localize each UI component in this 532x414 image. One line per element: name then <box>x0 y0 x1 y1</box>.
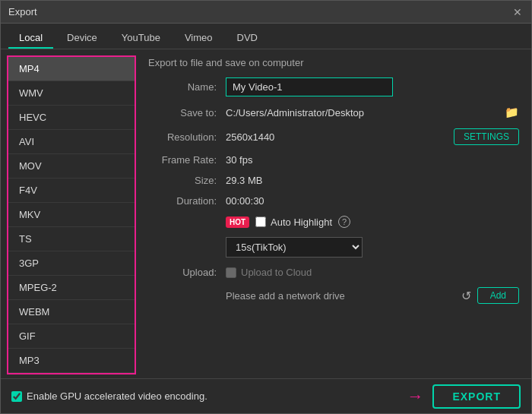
upload-cloud-label[interactable]: Upload to Cloud <box>226 267 312 278</box>
auto-highlight-row: HOT Auto Highlight ? <box>148 216 519 228</box>
format-3gp[interactable]: 3GP <box>8 251 135 276</box>
resolution-label: Resolution: <box>148 131 217 143</box>
save-to-label: Save to: <box>148 107 217 119</box>
resolution-row: Resolution: 2560x1440 SETTINGS <box>148 128 519 145</box>
resolution-content: 2560x1440 SETTINGS <box>226 128 519 145</box>
format-webm[interactable]: WEBM <box>8 300 135 324</box>
arrow-right-icon: → <box>407 387 423 406</box>
add-button[interactable]: Add <box>477 287 519 304</box>
upload-cloud-checkbox[interactable] <box>226 267 236 278</box>
resolution-value: 2560x1440 <box>226 131 443 143</box>
tab-vimeo[interactable]: Vimeo <box>174 28 223 49</box>
tab-bar: Local Device YouTube Vimeo DVD <box>1 24 531 49</box>
upload-row: Upload: Upload to Cloud <box>148 267 519 278</box>
auto-highlight-checkbox-label[interactable]: Auto Highlight <box>255 216 332 228</box>
tab-local[interactable]: Local <box>8 28 53 49</box>
format-f4v[interactable]: F4V <box>8 179 135 203</box>
format-mkv[interactable]: MKV <box>8 203 135 227</box>
refresh-icon[interactable]: ↺ <box>461 289 471 303</box>
save-path-value: C:/Users/Administrator/Desktop <box>226 107 499 119</box>
main-content: MP4 WMV HEVC AVI MOV F4V MKV TS 3GP MPEG… <box>1 49 531 378</box>
close-button[interactable]: ✕ <box>511 6 524 18</box>
format-mov[interactable]: MOV <box>8 154 135 179</box>
window-title: Export <box>8 6 37 17</box>
format-list: MP4 WMV HEVC AVI MOV F4V MKV TS 3GP MPEG… <box>7 55 136 374</box>
tab-youtube[interactable]: YouTube <box>111 28 171 49</box>
frame-rate-row: Frame Rate: 30 fps <box>148 154 519 166</box>
format-mp3[interactable]: MP3 <box>8 349 135 373</box>
auto-highlight-label: Auto Highlight <box>271 216 332 228</box>
settings-button[interactable]: SETTINGS <box>454 128 519 145</box>
format-ts[interactable]: TS <box>8 227 135 251</box>
duration-row: Duration: 00:00:30 <box>148 195 519 207</box>
gpu-checkbox[interactable] <box>11 391 22 402</box>
upload-label: Upload: <box>148 267 217 278</box>
tiktok-dropdown[interactable]: 15s(TikTok) <box>226 237 363 258</box>
title-bar: Export ✕ <box>1 1 531 24</box>
export-window: Export ✕ Local Device YouTube Vimeo DVD … <box>0 0 532 414</box>
format-wmv[interactable]: WMV <box>8 81 135 106</box>
network-text: Please add a network drive <box>226 290 455 302</box>
save-to-content: C:/Users/Administrator/Desktop 📁 <box>226 106 519 119</box>
name-input[interactable] <box>226 77 393 96</box>
auto-highlight-checkbox[interactable] <box>255 216 266 227</box>
network-drive-content: Please add a network drive ↺ Add <box>226 287 519 304</box>
network-drive-row: Please add a network drive ↺ Add <box>148 287 519 304</box>
export-section: → EXPORT <box>407 384 521 409</box>
auto-highlight-content: HOT Auto Highlight ? <box>226 216 350 228</box>
size-value: 29.3 MB <box>226 175 519 186</box>
format-mpeg2[interactable]: MPEG-2 <box>8 276 135 300</box>
tab-device[interactable]: Device <box>56 28 108 49</box>
dropdown-row: 15s(TikTok) <box>148 237 519 258</box>
name-row: Name: <box>148 77 519 96</box>
gpu-label: Enable GPU accelerated video encoding. <box>27 390 207 402</box>
frame-rate-value: 30 fps <box>226 154 519 166</box>
hot-badge: HOT <box>226 216 249 228</box>
export-button[interactable]: EXPORT <box>432 384 521 409</box>
gpu-checkbox-label[interactable]: Enable GPU accelerated video encoding. <box>11 390 207 402</box>
frame-rate-label: Frame Rate: <box>148 154 217 166</box>
export-title: Export to file and save on computer <box>148 57 519 68</box>
upload-cloud-text: Upload to Cloud <box>241 267 312 278</box>
duration-label: Duration: <box>148 195 217 207</box>
left-column: MP4 WMV HEVC AVI MOV F4V MKV TS 3GP MPEG… <box>1 49 136 378</box>
save-to-row: Save to: C:/Users/Administrator/Desktop … <box>148 106 519 119</box>
format-avi[interactable]: AVI <box>8 130 135 154</box>
bottom-bar: Enable GPU accelerated video encoding. →… <box>1 378 531 413</box>
size-label: Size: <box>148 175 217 186</box>
name-label: Name: <box>148 81 217 93</box>
folder-icon[interactable]: 📁 <box>505 106 519 119</box>
format-hevc[interactable]: HEVC <box>8 106 135 130</box>
tab-dvd[interactable]: DVD <box>226 28 268 49</box>
right-panel: Export to file and save on computer Name… <box>136 49 531 378</box>
duration-value: 00:00:30 <box>226 195 519 207</box>
info-icon[interactable]: ? <box>338 216 350 228</box>
format-gif[interactable]: GIF <box>8 324 135 349</box>
size-row: Size: 29.3 MB <box>148 175 519 186</box>
format-mp4[interactable]: MP4 <box>8 57 135 81</box>
